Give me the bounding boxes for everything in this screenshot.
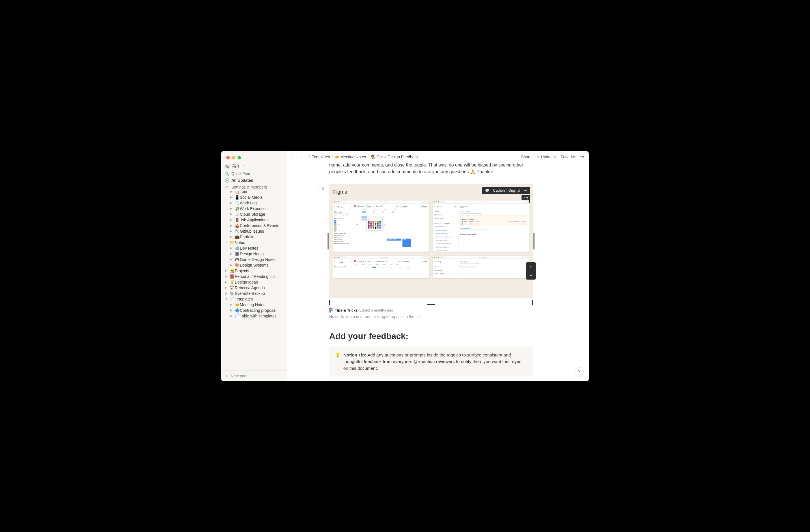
workspace-switcher[interactable]: 亮 亮介 ⌃⌄: [221, 160, 287, 170]
page-item[interactable]: ▶🔷Contracting proposal: [221, 307, 287, 313]
search-icon: 🔍: [225, 171, 229, 176]
page-item[interactable]: ▶🗒️Work Log: [221, 200, 287, 206]
new-page-button[interactable]: ＋ New page: [221, 370, 287, 381]
add-block-icon[interactable]: ＋: [317, 187, 321, 193]
user-avatar: 亮: [225, 164, 230, 169]
nav-forward-button[interactable]: →: [299, 154, 303, 160]
toggle-arrow-icon[interactable]: ▶: [228, 258, 234, 261]
drag-handle-icon[interactable]: ⠿: [322, 187, 324, 193]
crumb-emoji: 👨‍🎨: [371, 155, 375, 159]
help-button[interactable]: ?: [575, 367, 584, 376]
page-label: Job Applications: [240, 218, 285, 222]
figma-embed[interactable]: Figma 💬 Caption Original ⋯: [329, 184, 533, 298]
page-item[interactable]: ▶🎪Conferences & Events: [221, 223, 287, 228]
crop-corner-br[interactable]: [528, 300, 533, 305]
page-item[interactable]: ▶🎨Design Systems: [221, 262, 287, 268]
page-item[interactable]: ▶☁️Cloud Storage: [221, 212, 287, 217]
svg-point-2: [329, 309, 331, 311]
more-menu-button[interactable]: •••: [580, 155, 584, 159]
breadcrumb-item[interactable]: 🤝Meeting Notes: [335, 155, 366, 159]
embed-more-button[interactable]: ⋯: [522, 188, 529, 193]
toggle-arrow-icon[interactable]: ▶: [223, 269, 229, 272]
toggle-arrow-icon[interactable]: ▶: [228, 207, 234, 210]
left-crop-handle[interactable]: [327, 233, 329, 250]
block-handles[interactable]: ＋ ⠿: [317, 187, 324, 193]
new-page-label: New page: [231, 374, 248, 378]
page-emoji: 📄: [234, 314, 240, 318]
page-emoji: 🤝: [234, 302, 240, 307]
side-quick-find[interactable]: 🔍Quick Find: [221, 170, 287, 177]
crumb-emoji: 🤝: [335, 155, 339, 159]
page-item[interactable]: ▶🚪Job Applications: [221, 217, 287, 223]
toggle-arrow-icon[interactable]: ▶: [223, 286, 229, 289]
toggle-arrow-icon[interactable]: ▶: [228, 224, 234, 227]
nav-back-button[interactable]: ←: [291, 154, 296, 160]
side-all-updates[interactable]: 🕘All Updates: [221, 177, 287, 184]
page-item[interactable]: ▼📄Templates: [221, 296, 287, 302]
page-item[interactable]: ▶💸Work Expenses: [221, 206, 287, 212]
zoom-out-button[interactable]: －: [526, 271, 536, 280]
toggle-arrow-icon[interactable]: ▶: [228, 247, 234, 250]
figma-frame-settings-timezone: calendar.google.com ←Settings General Ad…: [433, 255, 529, 278]
page-emoji: 📕: [229, 274, 235, 279]
page-item[interactable]: ▶📋Todo: [221, 190, 287, 195]
page-item[interactable]: ▶🐘Evernote Backup: [221, 290, 287, 296]
zoom-in-button[interactable]: ＋: [526, 262, 536, 271]
page-item[interactable]: ▶🤝Meeting Notes: [221, 302, 287, 307]
toggle-arrow-icon[interactable]: ▶: [223, 275, 229, 278]
toggle-arrow-icon[interactable]: ▶: [228, 235, 234, 238]
page-item[interactable]: ▶🎮Game Design Notes: [221, 257, 287, 262]
comment-icon[interactable]: 💬: [483, 188, 491, 193]
page-emoji: 💡: [229, 280, 235, 284]
page-item[interactable]: ▶⚙️Dev Notes: [221, 245, 287, 251]
toggle-arrow-icon[interactable]: ▶: [228, 252, 234, 255]
page-item[interactable]: ▶📅Rebecca Agenda: [221, 285, 287, 290]
toggle-arrow-icon[interactable]: ▶: [228, 314, 234, 317]
share-button[interactable]: Share: [521, 155, 531, 159]
page-item[interactable]: ▼📁Notes: [221, 240, 287, 245]
toggle-arrow-icon[interactable]: ▶: [228, 196, 234, 199]
original-button[interactable]: Original: [506, 188, 522, 193]
page-item[interactable]: ▶💼Portfolio: [221, 234, 287, 240]
page-label: Game Design Notes: [240, 257, 285, 262]
page-item[interactable]: ▶🔧Github Issues: [221, 228, 287, 234]
figma-canvas[interactable]: calendar.google.com ＋Create Meet with...…: [333, 200, 529, 296]
toggle-arrow-icon[interactable]: ▶: [228, 230, 234, 233]
updates-button[interactable]: ✓ Updates: [537, 155, 556, 159]
page-label: Evernote Backup: [235, 291, 285, 296]
page-item[interactable]: ▶📕Personal / Reading List: [221, 273, 287, 279]
page-emoji: 📅: [229, 285, 235, 290]
minimize-window-button[interactable]: [232, 156, 235, 160]
toggle-arrow-icon[interactable]: ▼: [223, 241, 229, 244]
toggle-arrow-icon[interactable]: ▶: [228, 213, 234, 216]
breadcrumb-item[interactable]: 👨‍🎨Quick Design Feedback: [371, 155, 419, 159]
page-item[interactable]: ▶👷Projects: [221, 268, 287, 273]
toggle-arrow-icon[interactable]: ▶: [223, 292, 229, 295]
page-label: Work Expenses: [240, 206, 285, 211]
toggle-arrow-icon[interactable]: ▶: [228, 201, 234, 204]
page-item[interactable]: ▶📄Table with Templates: [221, 313, 287, 319]
crop-corner-bl[interactable]: [329, 300, 334, 305]
page-item[interactable]: ▶📓Design Notes: [221, 251, 287, 257]
close-window-button[interactable]: [226, 156, 230, 160]
figma-logo-icon: [329, 307, 333, 313]
side-settings-members[interactable]: ⚙Settings & Members: [221, 184, 287, 190]
toggle-arrow-icon[interactable]: ▶: [228, 303, 234, 306]
tip-body: Add any questions or prompts inside the …: [343, 352, 521, 370]
maximize-window-button[interactable]: [238, 156, 241, 160]
breadcrumb-item[interactable]: 📄Templates: [306, 155, 330, 159]
toggle-arrow-icon[interactable]: ▶: [228, 190, 234, 193]
toggle-arrow-icon[interactable]: ▶: [228, 264, 234, 267]
toggle-arrow-icon[interactable]: ▶: [228, 218, 234, 221]
page-item[interactable]: ▶💡Design Ideas: [221, 279, 287, 285]
right-crop-handle[interactable]: [533, 233, 535, 250]
page-item[interactable]: ▶📱Social Media: [221, 195, 287, 200]
toggle-arrow-icon[interactable]: ▶: [223, 280, 229, 284]
crumb-emoji: 📄: [306, 155, 311, 159]
caption-button[interactable]: Caption: [491, 188, 506, 193]
crop-handle-bottom[interactable]: [427, 304, 435, 305]
clock-icon: 🕘: [225, 178, 229, 183]
toggle-arrow-icon[interactable]: ▶: [228, 309, 234, 312]
favorite-button[interactable]: Favorite: [561, 155, 575, 159]
toggle-arrow-icon[interactable]: ▼: [223, 297, 229, 300]
